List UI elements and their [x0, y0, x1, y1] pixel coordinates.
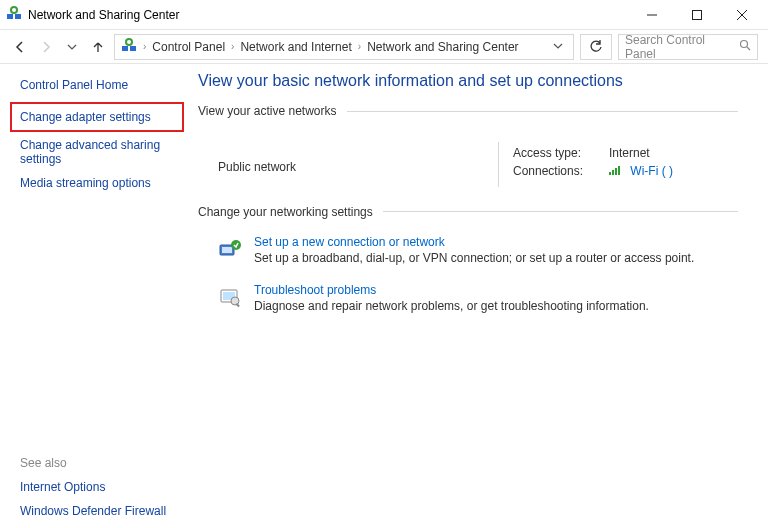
svg-rect-17 [618, 166, 620, 175]
sidebar-internet-options[interactable]: Internet Options [20, 480, 182, 494]
troubleshoot-icon [218, 285, 242, 309]
refresh-button[interactable] [580, 34, 612, 60]
svg-rect-0 [7, 14, 13, 19]
networking-settings-header: Change your networking settings [198, 205, 738, 219]
sidebar: Control Panel Home Change adapter settin… [0, 64, 190, 528]
svg-rect-8 [122, 46, 128, 51]
svg-point-3 [12, 8, 16, 12]
address-bar[interactable]: › Control Panel › Network and Internet ›… [114, 34, 574, 60]
toolbar: › Control Panel › Network and Internet ›… [0, 30, 768, 64]
connection-link[interactable]: Wi-Fi ( ) [630, 164, 673, 178]
troubleshoot-item: Troubleshoot problems Diagnose and repai… [198, 277, 738, 325]
breadcrumb-item[interactable]: Network and Sharing Center [367, 40, 518, 54]
svg-rect-16 [615, 168, 617, 175]
svg-rect-15 [612, 170, 614, 175]
svg-rect-9 [130, 46, 136, 51]
connections-label: Connections: [513, 164, 591, 179]
window-title: Network and Sharing Center [28, 8, 179, 22]
content-pane: View your basic network information and … [190, 64, 768, 528]
network-name: Public network [218, 142, 498, 187]
chevron-right-icon[interactable]: › [229, 41, 236, 52]
troubleshoot-link[interactable]: Troubleshoot problems [254, 283, 649, 297]
recent-locations-button[interactable] [62, 35, 82, 59]
svg-rect-14 [609, 172, 611, 175]
see-also-label: See also [20, 456, 182, 470]
search-icon [739, 39, 751, 54]
chevron-right-icon[interactable]: › [356, 41, 363, 52]
svg-point-11 [127, 40, 131, 44]
setup-connection-desc: Set up a broadband, dial-up, or VPN conn… [254, 251, 694, 265]
address-dropdown-button[interactable] [549, 41, 567, 53]
active-networks-header: View your active networks [198, 104, 738, 118]
breadcrumb-item[interactable]: Control Panel [152, 40, 225, 54]
troubleshoot-desc: Diagnose and repair network problems, or… [254, 299, 649, 313]
sidebar-change-adapter[interactable]: Change adapter settings [20, 110, 174, 124]
svg-rect-19 [222, 247, 232, 253]
svg-point-12 [741, 41, 748, 48]
svg-line-13 [747, 47, 750, 50]
setup-connection-link[interactable]: Set up a new connection or network [254, 235, 694, 249]
close-button[interactable] [719, 0, 764, 30]
wifi-signal-icon [609, 165, 623, 179]
breadcrumb-item[interactable]: Network and Internet [240, 40, 351, 54]
svg-rect-5 [692, 10, 701, 19]
sidebar-home[interactable]: Control Panel Home [20, 78, 182, 92]
highlight-box: Change adapter settings [10, 102, 184, 132]
sidebar-advanced-sharing[interactable]: Change advanced sharing settings [20, 138, 182, 166]
back-button[interactable] [10, 35, 30, 59]
control-panel-small-icon [121, 37, 137, 56]
sidebar-media-streaming[interactable]: Media streaming options [20, 176, 182, 190]
svg-point-23 [231, 297, 239, 305]
access-type-label: Access type: [513, 146, 591, 160]
maximize-button[interactable] [674, 0, 719, 30]
page-title: View your basic network information and … [198, 72, 738, 90]
control-panel-icon [6, 5, 22, 24]
setup-connection-item: Set up a new connection or network Set u… [198, 229, 738, 277]
up-button[interactable] [88, 35, 108, 59]
window-titlebar: Network and Sharing Center [0, 0, 768, 30]
forward-button[interactable] [36, 35, 56, 59]
svg-rect-1 [15, 14, 21, 19]
network-summary: Public network Access type: Internet Con… [198, 128, 738, 205]
search-placeholder: Search Control Panel [625, 33, 733, 61]
minimize-button[interactable] [629, 0, 674, 30]
sidebar-firewall[interactable]: Windows Defender Firewall [20, 504, 182, 518]
access-type-value: Internet [609, 146, 650, 160]
svg-point-20 [231, 240, 241, 250]
search-input[interactable]: Search Control Panel [618, 34, 758, 60]
setup-connection-icon [218, 237, 242, 261]
chevron-right-icon[interactable]: › [141, 41, 148, 52]
